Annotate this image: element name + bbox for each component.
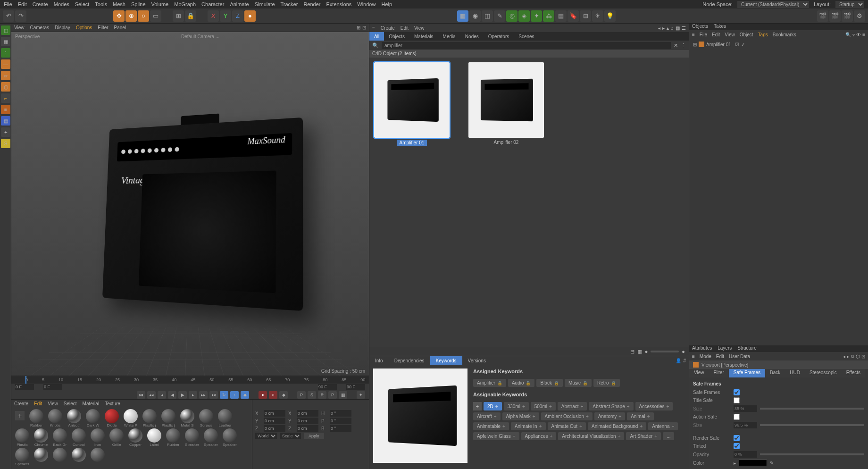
tab-takes[interactable]: Takes [714,24,726,30]
subtab-effects[interactable]: Effects [842,369,865,377]
material-item[interactable]: Speaker [221,428,239,447]
kw-retro[interactable]: Retro🔒 [593,379,619,387]
viewport-3d[interactable]: Perspective Default Camera ⌄ Grid Spacin… [11,32,369,376]
vp-display[interactable]: Display [55,25,70,30]
material-item[interactable] [89,448,107,466]
select-tool[interactable]: ▭ [150,10,161,22]
extra-button[interactable]: ✦ [357,391,365,399]
menu-icon[interactable]: ≡ [372,25,375,31]
enable-icon[interactable]: S [1,139,10,148]
record-button[interactable]: ● [259,391,267,399]
pla-key-icon[interactable]: ▦ [339,391,347,399]
layer-mode-icon[interactable]: ≡ [1,105,10,114]
range-end-input[interactable] [318,384,337,390]
goto-end-button[interactable]: ⏭ [209,391,218,399]
om-view[interactable]: View [725,32,735,37]
cloner-icon[interactable]: ⁂ [543,10,554,22]
kw-item[interactable]: Accessories+ [635,402,673,410]
om-filter-icon[interactable]: ▿ [852,32,855,37]
loop-button[interactable]: ↻ [220,391,228,399]
world-select[interactable]: World [255,433,277,439]
material-item[interactable]: Screws [197,409,215,427]
kw-item[interactable]: Alpha Mask+ [502,412,539,420]
kw-item[interactable]: Animal+ [627,412,653,420]
subtab-hud[interactable]: HUD [785,369,805,377]
play-button[interactable]: ▶ [178,391,187,399]
prev-frame-button[interactable]: ◂ [158,391,166,399]
settings-icon[interactable]: ⚙ [854,10,865,22]
kw-item[interactable]: Appliances+ [521,432,557,440]
axis-world[interactable]: ● [244,10,256,22]
asset-item-amp1[interactable]: Amplifier 01 [374,62,450,146]
pos-y-input[interactable] [264,418,285,424]
render-settings-button[interactable]: 🎬 [842,10,853,22]
rot-h-input[interactable] [330,410,351,417]
subtab-stereo[interactable]: Stereoscopic [805,369,842,377]
uv-mode-icon[interactable]: ▢ [1,82,10,92]
volume-icon[interactable]: ▤ [555,10,567,22]
menu-simulate[interactable]: Simulate [255,1,275,7]
tab-nodes[interactable]: Nodes [460,32,484,41]
nav-fwd-icon[interactable]: ▸ [662,25,665,31]
kw-item[interactable]: Antenna+ [648,422,678,430]
kw-item[interactable]: Abstract Shape+ [589,402,633,410]
color-swatch[interactable] [739,460,767,466]
material-item[interactable]: Back Gr [51,428,69,447]
kw-item[interactable]: Apfelwein Glass+ [473,432,519,440]
snap-icon[interactable]: ✦ [1,127,10,137]
move-tool[interactable]: ✥ [113,10,125,22]
info-tab-info[interactable]: Info [369,356,389,365]
axis-x[interactable]: X [208,10,219,22]
nav-home-icon[interactable]: ⌂ [671,25,674,31]
color-arrow-icon[interactable]: ▸ [734,461,736,466]
view-large-icon[interactable]: ▦ [637,349,642,355]
menu-animate[interactable]: Animate [230,1,249,7]
pos-z-input[interactable] [264,425,285,432]
material-item[interactable]: Rubber [164,428,182,447]
workplane-icon[interactable]: ▤ [1,116,10,126]
edge-mode-icon[interactable]: — [1,59,10,69]
search-input[interactable] [382,42,671,49]
axis-mode-icon[interactable]: ⌐ [1,93,10,103]
rot-p-input[interactable] [330,418,351,424]
menu-modes[interactable]: Modes [54,1,69,7]
pos-key-icon[interactable]: P [297,391,306,399]
kw-amplifier[interactable]: Amplifier🔒 [473,379,506,387]
light-icon[interactable]: ☀ [592,10,603,22]
tab-operators[interactable]: Operators [484,32,514,41]
key-button[interactable]: ◆ [241,391,249,399]
mat-view[interactable]: View [48,401,58,406]
mat-create[interactable]: Create [14,401,28,406]
nav-up-icon[interactable]: ▴ [667,25,669,31]
rotate-tool[interactable]: ○ [138,10,149,22]
menu-spline[interactable]: Spline [131,1,146,7]
kw-item[interactable]: Architectural Visualization+ [558,432,624,440]
menu-icon[interactable]: ≡ [692,354,695,359]
model-mode-icon[interactable]: ◫ [1,25,10,35]
menu-tracker[interactable]: Tracker [281,1,298,7]
render-view-button[interactable]: ▦ [457,10,468,22]
snap-tool[interactable]: ⊞ [173,10,184,22]
mat-select[interactable]: Select [64,401,77,406]
asset-create[interactable]: Create [381,25,395,31]
material-item[interactable]: Grille [108,428,125,447]
om-bookmarks[interactable]: Bookmarks [773,32,796,37]
kw-item[interactable]: 330ml+ [504,402,529,410]
subtab-back[interactable]: Back [765,369,785,377]
menu-extensions[interactable]: Extensions [326,1,351,7]
subtab-safeframes[interactable]: Safe Frames [729,369,765,377]
rot-b-input[interactable] [330,425,351,432]
kw-2d[interactable]: 2D+ [484,402,502,410]
material-item[interactable]: White P [122,409,140,427]
menu-render[interactable]: Render [303,1,320,7]
om-eye-icon[interactable]: 👁 [856,32,861,37]
material-item[interactable]: Leather [216,409,234,427]
kw-music[interactable]: Music🔒 [565,379,592,387]
next-frame-button[interactable]: ▸ [189,391,197,399]
material-item[interactable]: Knobs [46,409,64,427]
cube-icon[interactable]: ◉ [469,10,481,22]
frame-start-input[interactable] [15,384,34,390]
material-item[interactable] [51,448,69,466]
goto-start-button[interactable]: ⏮ [137,391,145,399]
size-x-input[interactable] [297,410,318,417]
